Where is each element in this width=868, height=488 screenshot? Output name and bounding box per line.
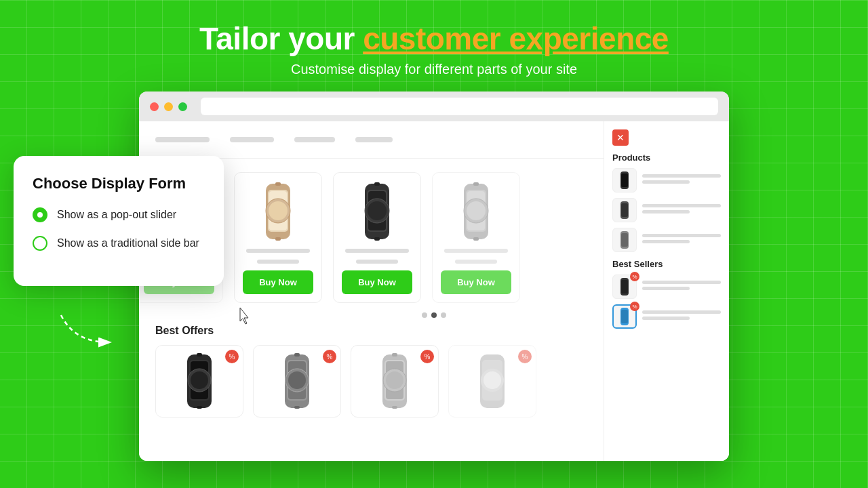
- subtitle: Customise display for different parts of…: [0, 62, 868, 77]
- traffic-light-red[interactable]: [150, 102, 159, 111]
- sidebar-best-sellers-title: Best Sellers: [612, 259, 721, 269]
- svg-point-49: [484, 371, 501, 389]
- browser-window: Buy Now Buy Now: [139, 92, 729, 461]
- sidebar-best-seller-row-1: %: [612, 274, 721, 299]
- traffic-light-green[interactable]: [178, 102, 187, 111]
- sidebar-text-2: [642, 204, 721, 216]
- radio-circle-1[interactable]: [33, 207, 47, 222]
- nav-link-about[interactable]: [355, 137, 393, 142]
- main-title: Tailor your customer experience: [0, 22, 868, 56]
- svg-point-36: [288, 371, 306, 389]
- radio-circle-2[interactable]: [33, 236, 47, 251]
- svg-point-8: [269, 201, 288, 220]
- close-icon: ✕: [616, 132, 625, 143]
- sidebar-close-button[interactable]: ✕: [612, 129, 629, 146]
- sidebar-thumb-1[interactable]: [612, 168, 637, 192]
- svg-point-29: [191, 371, 208, 389]
- sidebar-thumb-3[interactable]: [612, 228, 637, 252]
- dashed-arrow: [54, 308, 136, 349]
- product-text-bar-2s: [257, 260, 299, 264]
- display-form-panel: Choose Display Form Show as a pop-out sl…: [14, 156, 224, 286]
- sidebar-text-line-short: [642, 180, 690, 184]
- svg-rect-9: [275, 182, 281, 186]
- svg-rect-10: [275, 237, 281, 241]
- offer-card-4: %: [448, 345, 536, 418]
- svg-point-43: [386, 371, 403, 389]
- svg-rect-53: [621, 203, 628, 217]
- svg-rect-51: [621, 174, 628, 187]
- header-section: Tailor your customer experience Customis…: [0, 0, 868, 91]
- radio-option-1[interactable]: Show as a pop-out slider: [33, 207, 205, 222]
- browser-toolbar: [139, 92, 729, 121]
- panel-title: Choose Display Form: [33, 175, 205, 192]
- sidebar-thumb-2[interactable]: [612, 198, 637, 222]
- title-highlight: customer experience: [363, 21, 669, 56]
- svg-point-15: [368, 201, 387, 220]
- carousel-dot-3[interactable]: [441, 312, 446, 318]
- carousel-dot-2[interactable]: [431, 312, 437, 318]
- offer-card-1: %: [155, 345, 243, 418]
- radio-label-1: Show as a pop-out slider: [57, 209, 176, 221]
- sidebar-text-line-short: [642, 240, 690, 243]
- sidebar-product-row-3: [612, 228, 721, 252]
- carousel-dot-1[interactable]: [422, 312, 427, 318]
- sidebar-product-row-2: [612, 198, 721, 222]
- product-card-2: Buy Now: [234, 172, 322, 303]
- sidebar-best-seller-row-2: %: [612, 304, 721, 329]
- product-text-bar-3: [345, 249, 409, 253]
- svg-rect-17: [374, 237, 380, 241]
- radio-option-2[interactable]: Show as a traditional side bar: [33, 236, 205, 251]
- product-card-4: Buy Now: [432, 172, 520, 303]
- nav-link-home[interactable]: [155, 137, 210, 142]
- sidebar-text-line-short: [642, 210, 690, 214]
- product-text-bar-4s: [455, 260, 497, 264]
- svg-rect-31: [197, 406, 202, 409]
- svg-rect-57: [621, 280, 628, 293]
- offer-badge-2: %: [323, 350, 336, 363]
- nav-link-products[interactable]: [230, 137, 274, 142]
- svg-rect-55: [621, 233, 628, 247]
- title-prefix: Tailor your: [199, 21, 363, 56]
- sidebar-text-1: [642, 174, 721, 186]
- sidebar-badge-1: %: [630, 272, 639, 281]
- svg-rect-37: [294, 353, 300, 357]
- nav-links: [155, 137, 393, 142]
- buy-now-button-2[interactable]: Buy Now: [243, 270, 313, 294]
- right-sidebar: ✕ Products: [604, 121, 729, 461]
- offer-card-2: %: [253, 345, 341, 418]
- sidebar-products-title: Products: [612, 152, 721, 163]
- sidebar-best-text-2: [642, 310, 721, 323]
- buy-now-button-3[interactable]: Buy Now: [342, 270, 412, 294]
- buy-now-button-4[interactable]: Buy Now: [441, 270, 511, 294]
- svg-rect-59: [621, 310, 628, 323]
- sidebar-text-3: [642, 234, 721, 246]
- svg-rect-23: [473, 182, 479, 186]
- product-text-bar-4: [444, 249, 508, 253]
- product-image-2: [248, 181, 309, 242]
- address-bar[interactable]: [201, 98, 718, 115]
- svg-rect-38: [294, 406, 300, 409]
- offer-badge-4: %: [518, 350, 532, 363]
- svg-rect-24: [473, 237, 479, 241]
- traffic-light-yellow[interactable]: [164, 102, 173, 111]
- sidebar-product-row-1: [612, 168, 721, 192]
- sidebar-text-line: [642, 204, 721, 207]
- svg-point-22: [467, 201, 486, 220]
- svg-rect-16: [374, 182, 380, 186]
- browser-content: Buy Now Buy Now: [139, 121, 729, 461]
- product-image-4: [446, 181, 507, 242]
- svg-rect-44: [392, 353, 397, 357]
- offer-card-3: %: [351, 345, 439, 418]
- svg-rect-45: [392, 406, 397, 409]
- product-text-bar-3s: [356, 260, 398, 264]
- sidebar-text-line: [642, 174, 721, 178]
- product-image-3: [347, 181, 408, 242]
- nav-link-offers[interactable]: [294, 137, 335, 142]
- sidebar-best-text-1: [642, 281, 721, 293]
- svg-rect-30: [197, 353, 202, 357]
- radio-label-2: Show as a traditional side bar: [57, 237, 199, 249]
- product-card-3: Buy Now: [333, 172, 421, 303]
- product-text-bar-2: [246, 249, 310, 253]
- offer-badge-1: %: [225, 350, 239, 363]
- sidebar-text-line: [642, 234, 721, 237]
